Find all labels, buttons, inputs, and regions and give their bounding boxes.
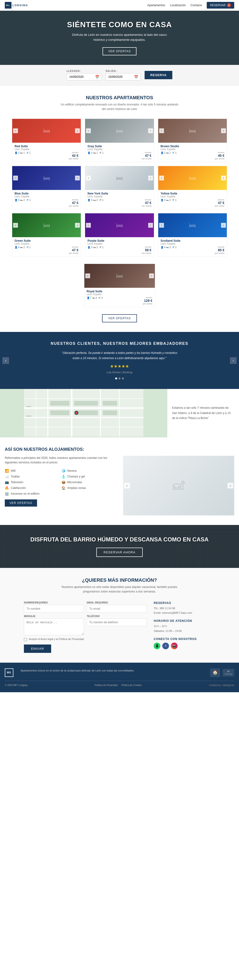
social-block: CONECTA CON NOSOTROS 📱 f 📷: [154, 637, 215, 649]
testimonial-next-button[interactable]: ›: [230, 357, 237, 364]
footer: MG Apartamentos únicos en el centro de l…: [0, 663, 239, 692]
baths-amenity: 🚿 1: [26, 151, 30, 154]
apartment-card-green-suite: 🛏 ‹ › Green Suite León, España 👤 4 🛏 2 🚿…: [12, 213, 81, 256]
footer-icons: 🏠 92 Booking: [210, 668, 234, 677]
reserve-button[interactable]: RESERVA: [144, 71, 173, 79]
amenity-microondas: 📦 Microondas: [61, 480, 116, 484]
social-icons: 📱 f 📷: [154, 643, 215, 649]
price-night: por noche: [69, 205, 79, 207]
apt-info-yellow-suite: Yellow Suite León, España 👤 3 🛏 2 🚿 1 DE…: [158, 190, 227, 209]
apt-price: 47 €: [69, 248, 79, 252]
apt-prev-button[interactable]: ‹: [85, 274, 90, 278]
submit-button[interactable]: ENVIAR: [24, 644, 51, 653]
apt-next-button[interactable]: ›: [149, 274, 154, 278]
map-placeholder: Calle 1 Calle 2: [0, 389, 167, 438]
amenities-ver-ofertas-button[interactable]: VER OFERTAS: [5, 500, 37, 507]
apt-prev-button[interactable]: ‹: [86, 128, 91, 133]
testimonials-title: NUESTROS CLIENTES, NUESTROS MEJORES EMBA…: [5, 342, 234, 346]
footer-top: MG Apartamentos únicos en el centro de l…: [5, 668, 234, 677]
hero-cta-button[interactable]: VER OFERTAS: [103, 47, 137, 56]
apt-price: 59 €: [142, 248, 152, 252]
contact-form-column: NOMBRE/REQUIRED EMAIL /REQUIRED MENSAJE …: [24, 601, 146, 653]
nav-link-apartments[interactable]: Apartamentos: [147, 3, 165, 7]
apt-bottom: 👤 4 🛏 2 🚿 1 DESDE 47 € por noche: [14, 246, 79, 255]
guests-amenity: 👤 3: [87, 199, 92, 201]
apt-price-block: DESDE 47 € por noche: [69, 199, 79, 207]
instagram-icon[interactable]: 📷: [171, 643, 178, 649]
apt-prev-button[interactable]: ‹: [86, 223, 91, 228]
nav-logo: ML LODGING: [5, 2, 28, 9]
apartment-card-yellow-suite: 🛏 ‹ › Yellow Suite León, España 👤 3 🛏 2 …: [158, 166, 227, 209]
apt-next-button[interactable]: ›: [148, 223, 153, 228]
form-group-mensaje: MENSAJE: [24, 615, 84, 635]
contact-subtitle: Nuestros apartamentos no sólo están disp…: [60, 585, 179, 594]
price-night: por noche: [142, 158, 152, 160]
apt-next-button[interactable]: ›: [148, 176, 153, 180]
apartment-card-blue-suite: 🛏 ‹ › Blue Suite León, España 👤 4 🛏 2 🚿 …: [12, 166, 81, 209]
nav-reserve-button[interactable]: RESERVAR 0: [207, 2, 234, 9]
testimonial-prev-button[interactable]: ‹: [2, 357, 9, 364]
cta-title: DISFRUTA DEL BARRIO HÚMEDO Y DESCANSA CO…: [30, 536, 209, 543]
nav-link-contact[interactable]: Contacto: [191, 3, 202, 7]
beds-amenity: 🛏 1: [93, 151, 98, 154]
apt-prev-button[interactable]: ‹: [86, 176, 91, 180]
cookies-link[interactable]: Política de Cookies: [122, 684, 142, 687]
apt-next-button[interactable]: ›: [75, 176, 80, 180]
apt-prev-button[interactable]: ‹: [159, 128, 164, 133]
privacy-link[interactable]: Política de Privacidad: [95, 684, 117, 687]
apt-prev-button[interactable]: ‹: [13, 128, 18, 133]
apt-next-button[interactable]: ›: [148, 128, 153, 133]
apt-prev-button[interactable]: ‹: [159, 223, 164, 228]
img-next-button[interactable]: ›: [228, 483, 233, 488]
apt-location: León, España: [87, 148, 151, 151]
apt-image-yellow-suite: 🛏 ‹ ›: [158, 166, 227, 190]
apartments-subtitle: Un edificio completamente renovado con u…: [60, 102, 179, 111]
telefono-input[interactable]: [87, 619, 147, 626]
cta-button[interactable]: RESERVAR AHORA: [96, 547, 143, 557]
apt-next-button[interactable]: ›: [221, 128, 226, 133]
mensaje-label: MENSAJE: [24, 615, 84, 617]
svg-rect-11: [74, 401, 98, 406]
apt-prev-button[interactable]: ‹: [13, 223, 18, 228]
apartments-grid: 🛏 ‹ › Red Suite León, España 👤 2 🛏 1 🚿 1…: [12, 119, 227, 256]
amenities-list: Reformados a principios del 2020, todos …: [5, 456, 116, 515]
facebook-icon[interactable]: f: [162, 643, 169, 649]
apt-image-gray-suite: 🛏 ‹ ›: [85, 119, 154, 143]
privacy-checkbox[interactable]: [24, 638, 27, 641]
apt-next-button[interactable]: ›: [221, 176, 226, 180]
map-info-text: Estamos a tan sólo 7 minutos caminando d…: [172, 406, 234, 421]
salida-input[interactable]: [108, 75, 132, 78]
apt-prev-button[interactable]: ‹: [13, 176, 18, 180]
email-input[interactable]: [87, 605, 147, 612]
telefono-label: TELÉFONO: [87, 615, 147, 617]
apt-location: León, España: [87, 242, 151, 245]
apt-next-button[interactable]: ›: [221, 223, 226, 228]
apt-next-button[interactable]: ›: [75, 223, 80, 228]
whatsapp-icon[interactable]: 📱: [154, 643, 160, 649]
price-night: por noche: [142, 252, 152, 255]
apt-price: 45 €: [215, 154, 225, 158]
apt-image-new-york-suite: 🛏 ‹ ›: [85, 166, 154, 190]
contact-section: ¿QUIERES MÁS INFORMACIÓN? Nuestros apart…: [0, 568, 239, 663]
dot-3[interactable]: [122, 377, 124, 379]
mensaje-textarea[interactable]: [24, 619, 84, 635]
booking-salida-field: SALIDA: 📅: [106, 70, 141, 80]
amenity-ascensor-label: Ascensor en el edificio: [11, 492, 39, 495]
apt-bg-purple: 🛏: [85, 213, 154, 237]
img-prev-button[interactable]: ‹: [124, 483, 130, 488]
llegada-input[interactable]: [69, 75, 93, 78]
apt-name: Yellow Suite: [160, 192, 225, 195]
price-night: por noche: [143, 302, 152, 305]
nombre-input[interactable]: [24, 605, 84, 612]
baths-amenity: 🚿 1: [172, 199, 176, 201]
apt-prev-button[interactable]: ‹: [159, 176, 164, 180]
testimonials-section: ‹ NUESTROS CLIENTES, NUESTROS MEJORES EM…: [0, 332, 239, 389]
dot-2[interactable]: [119, 377, 120, 379]
apt-amenities: 👤 2 🛏 1 🚿 1: [14, 151, 30, 154]
apt-bg-blue: 🛏: [12, 166, 81, 190]
nav-link-location[interactable]: Localización: [170, 3, 186, 7]
ver-ofertas-button[interactable]: VER OFERTAS: [102, 314, 137, 322]
amenities-image-column: 🛋 ‹ ›: [123, 456, 234, 515]
apt-next-button[interactable]: ›: [75, 128, 80, 133]
dot-1[interactable]: [115, 377, 117, 379]
